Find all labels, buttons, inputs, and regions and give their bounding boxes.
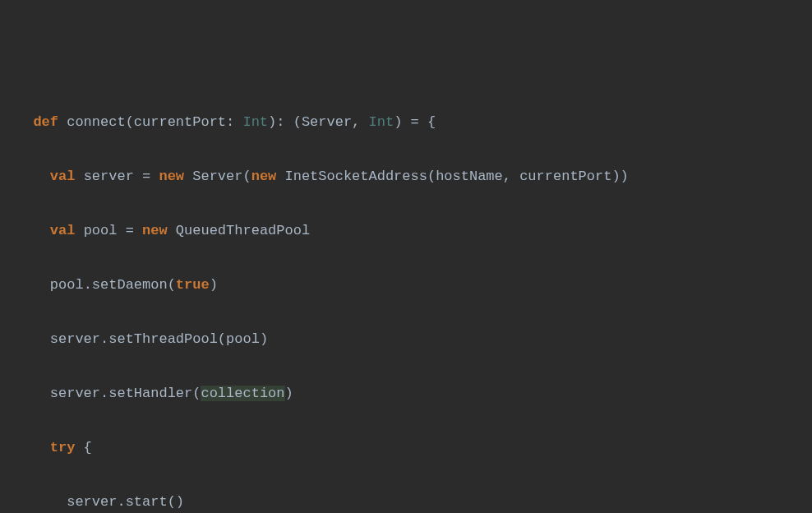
code-line-8: server.start(): [16, 488, 812, 513]
code-line-1: def connect(currentPort: Int): (Server, …: [16, 109, 812, 136]
function-name: connect: [67, 114, 125, 130]
code-line-7: try {: [16, 434, 812, 461]
code-line-6: server.setHandler(collection): [16, 380, 812, 407]
code-line-2: val server = new Server(new InetSocketAd…: [16, 163, 812, 190]
keyword-def: def: [33, 114, 58, 130]
code-line-3: val pool = new QueuedThreadPool: [16, 217, 812, 244]
keyword-val: val: [50, 169, 76, 184]
highlighted-identifier: collection: [201, 386, 284, 401]
code-line-4: pool.setDaemon(true): [16, 271, 812, 298]
code-line-5: server.setThreadPool(pool): [16, 326, 812, 353]
